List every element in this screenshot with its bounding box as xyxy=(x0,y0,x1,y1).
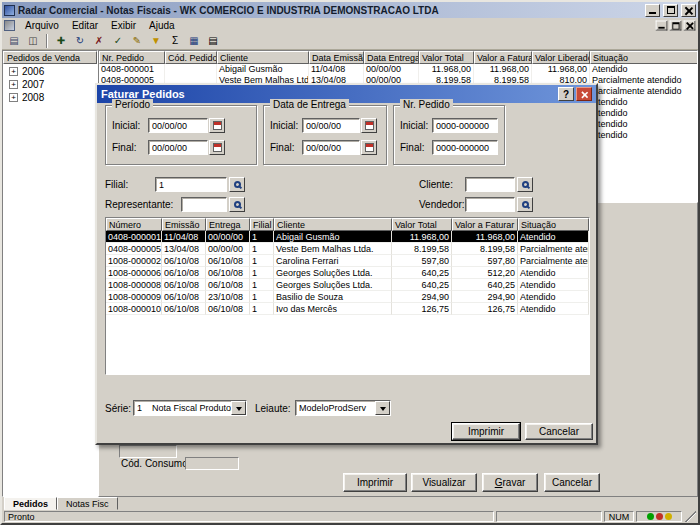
representante-input[interactable] xyxy=(181,197,227,212)
tab-notas-fiscais[interactable]: Notas Fisc xyxy=(57,497,118,510)
dialog-close-button[interactable] xyxy=(576,87,592,101)
navigator-icon-button[interactable]: ✚ xyxy=(52,33,70,49)
menu-editar[interactable]: Editar xyxy=(66,20,104,31)
column-header[interactable]: Cliente xyxy=(217,51,309,64)
partial-field[interactable] xyxy=(119,445,177,458)
entrega-inicial-calendar-button[interactable] xyxy=(361,118,377,133)
dialog-cancelar-button[interactable]: Cancelar xyxy=(525,423,593,440)
dialog-help-button[interactable]: ? xyxy=(558,87,574,101)
table-cell: Georges Soluções Ltda. xyxy=(274,267,392,279)
filter-icon-button[interactable]: ▼ xyxy=(147,33,165,49)
edit-icon-button[interactable]: ✎ xyxy=(128,33,146,49)
cod-consumo-field[interactable] xyxy=(185,457,239,470)
tab-pedidos[interactable]: Pedidos xyxy=(4,497,57,510)
nr-pedido-final-input[interactable]: 0000-000000 xyxy=(432,140,498,155)
mdi-restore-button[interactable] xyxy=(670,20,682,30)
chart-icon-button[interactable]: ▦ xyxy=(185,33,203,49)
column-header[interactable]: Valor a Faturar xyxy=(452,218,518,231)
maximize-button[interactable] xyxy=(663,4,678,17)
dialog-imprimir-button[interactable]: Imprimir xyxy=(452,423,520,440)
table-cell: 294,90 xyxy=(392,291,452,303)
table-cell: 1008-000009 xyxy=(106,291,162,303)
calendar-icon xyxy=(213,143,222,152)
table-row[interactable]: 0408-000001Abigail Gusmão11/04/0800/00/0… xyxy=(99,64,697,75)
tree-item-label: 2007 xyxy=(22,79,44,90)
periodo-final-calendar-button[interactable] xyxy=(209,140,225,155)
column-header[interactable]: Valor Total xyxy=(419,51,474,64)
column-header[interactable]: Data Entrega xyxy=(364,51,419,64)
column-header[interactable]: Valor Total xyxy=(392,218,452,231)
column-header[interactable]: Situação xyxy=(590,51,698,64)
delete-icon-button[interactable]: ✗ xyxy=(90,33,108,49)
menu-exibir[interactable]: Exibir xyxy=(105,20,142,31)
chevron-down-icon[interactable] xyxy=(231,401,246,415)
confirm-icon-button[interactable]: ✓ xyxy=(109,33,127,49)
mdi-close-button[interactable] xyxy=(684,20,696,30)
mdi-minimize-button[interactable] xyxy=(656,20,668,30)
table-cell: Abigail Gusmão xyxy=(274,231,392,243)
status-icons-panel xyxy=(636,511,682,522)
status-panel xyxy=(496,511,602,522)
table-row[interactable]: 1008-00000606/10/0806/10/081Georges Solu… xyxy=(106,267,589,279)
column-header[interactable]: Número xyxy=(106,218,162,231)
vendedor-input[interactable] xyxy=(465,197,515,212)
serie-combobox[interactable]: 1 Nota Fiscal Produto/S xyxy=(133,400,247,416)
table-row[interactable]: 1008-00001006/10/0806/10/081Ivo das Merc… xyxy=(106,303,589,315)
column-header[interactable]: Valor a Faturar xyxy=(474,51,532,64)
grid-header-row: Nr. PedidoCód. PedidoClienteData Emissão… xyxy=(99,51,697,64)
table-cell: Parcialmente atendido xyxy=(518,243,589,255)
expand-icon[interactable]: + xyxy=(9,80,18,89)
column-header[interactable]: Cliente xyxy=(274,218,392,231)
expand-icon[interactable]: + xyxy=(9,67,18,76)
column-header[interactable]: Cód. Pedido xyxy=(165,51,217,64)
table-row[interactable]: 0408-00000111/04/0800/00/001Abigail Gusm… xyxy=(106,231,589,243)
resize-grip[interactable] xyxy=(684,511,696,522)
tree-item-label: 2006 xyxy=(22,66,44,77)
preview-icon-button[interactable]: ◫ xyxy=(24,33,42,49)
table-row[interactable]: 0408-00000513/04/0800/00/001Veste Bem Ma… xyxy=(106,243,589,255)
periodo-inicial-input[interactable]: 00/00/00 xyxy=(148,118,208,133)
cancelar-button[interactable]: Cancelar xyxy=(544,473,600,492)
sum-icon-button[interactable]: Σ xyxy=(166,33,184,49)
gravar-button[interactable]: Gravar xyxy=(482,473,538,492)
cliente-lookup-button[interactable] xyxy=(517,177,533,192)
table-row[interactable]: 1008-00000806/10/0806/10/081Georges Solu… xyxy=(106,279,589,291)
table-row[interactable]: 1008-00000206/10/0806/10/081Carolina Fer… xyxy=(106,255,589,267)
periodo-final-input[interactable]: 00/00/00 xyxy=(148,140,208,155)
column-header[interactable]: Data Emissão xyxy=(309,51,364,64)
chevron-down-icon[interactable] xyxy=(375,401,390,415)
visualizar-button[interactable]: Visualizar xyxy=(411,473,477,492)
entrega-inicial-input[interactable]: 00/00/00 xyxy=(302,118,360,133)
column-header[interactable]: Filial xyxy=(250,218,274,231)
leiaute-combobox[interactable]: ModeloProdServ xyxy=(295,400,391,416)
representante-lookup-button[interactable] xyxy=(229,197,245,212)
print-icon-button[interactable]: ▤ xyxy=(5,33,23,49)
cliente-input[interactable] xyxy=(465,177,515,192)
table-cell: 126,75 xyxy=(452,303,518,315)
printer-icon-button[interactable]: ▤ xyxy=(204,33,222,49)
column-header[interactable]: Valor Liberado xyxy=(532,51,590,64)
tree-item-2008[interactable]: +2008 xyxy=(3,90,97,103)
refresh-icon-button[interactable]: ↻ xyxy=(71,33,89,49)
filial-lookup-button[interactable] xyxy=(229,177,245,192)
tree-item-2007[interactable]: +2007 xyxy=(3,77,97,90)
imprimir-button[interactable]: Imprimir xyxy=(343,473,407,492)
column-header[interactable]: Situação xyxy=(518,218,589,231)
periodo-inicial-calendar-button[interactable] xyxy=(209,118,225,133)
entrega-final-calendar-button[interactable] xyxy=(361,140,377,155)
entrega-final-input[interactable]: 00/00/00 xyxy=(302,140,360,155)
app-icon xyxy=(4,5,15,16)
tree-item-2006[interactable]: +2006 xyxy=(3,64,97,77)
column-header[interactable]: Nr. Pedido xyxy=(99,51,165,64)
expand-icon[interactable]: + xyxy=(9,93,18,102)
filial-input[interactable]: 1 xyxy=(155,177,227,192)
menu-arquivo[interactable]: Arquivo xyxy=(19,20,65,31)
close-button[interactable] xyxy=(681,4,696,17)
nr-pedido-inicial-input[interactable]: 0000-000000 xyxy=(432,118,498,133)
minimize-button[interactable] xyxy=(645,4,660,17)
table-row[interactable]: 1008-00000906/10/0823/10/081Basilio de S… xyxy=(106,291,589,303)
vendedor-lookup-button[interactable] xyxy=(517,197,533,212)
column-header[interactable]: Entrega xyxy=(206,218,250,231)
menu-ajuda[interactable]: Ajuda xyxy=(143,20,181,31)
column-header[interactable]: Emissão xyxy=(162,218,206,231)
